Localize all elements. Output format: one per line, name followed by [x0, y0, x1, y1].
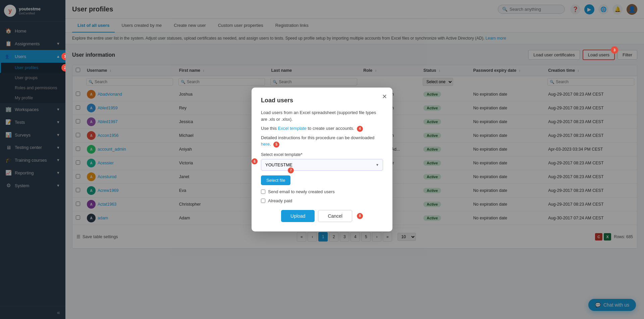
send-email-checkbox[interactable] [261, 190, 265, 194]
load-users-modal: Load users ✕ Load users from an Excel sp… [252, 88, 392, 231]
send-email-label: Send email to newly created users [268, 189, 335, 194]
modal-desc2: Use this Excel template to create user a… [261, 125, 383, 132]
annotation-7: 7 [288, 167, 294, 173]
select-label: Select excel template* [261, 152, 383, 157]
annotation-5: 5 [273, 142, 279, 148]
annotation-8: 8 [357, 213, 363, 219]
select-wrap: YOUTESTME [261, 159, 383, 171]
excel-template-select[interactable]: YOUTESTME [261, 159, 383, 171]
send-email-checkbox-row: Send email to newly created users [261, 189, 383, 194]
select-template-section: Select excel template* YOUTESTME 6 [261, 152, 383, 171]
annotation-6: 6 [252, 158, 258, 164]
cancel-btn[interactable]: Cancel [318, 210, 352, 222]
modal-overlay[interactable]: Load users ✕ Load users from an Excel sp… [0, 0, 644, 319]
excel-template-link[interactable]: Excel template [278, 126, 307, 131]
upload-btn[interactable]: Upload [281, 210, 315, 222]
modal-desc1: Load users from an Excel spreadsheet (su… [261, 109, 383, 122]
select-file-btn[interactable]: Select file [261, 175, 290, 185]
modal-actions: Upload Cancel 8 [261, 210, 383, 222]
modal-title: Load users [261, 97, 383, 104]
already-paid-label: Already paid [268, 198, 292, 203]
already-paid-checkbox-row: Already paid [261, 198, 383, 203]
already-paid-checkbox[interactable] [261, 199, 265, 203]
modal-close-btn[interactable]: ✕ [382, 93, 387, 100]
select-file-wrap: Select file 7 [261, 171, 290, 185]
annotation-4: 4 [357, 126, 363, 132]
modal-desc3: Detailed instructions for this procedure… [261, 135, 383, 148]
here-link[interactable]: here [261, 142, 270, 147]
annotation-3: 3 [611, 46, 618, 54]
